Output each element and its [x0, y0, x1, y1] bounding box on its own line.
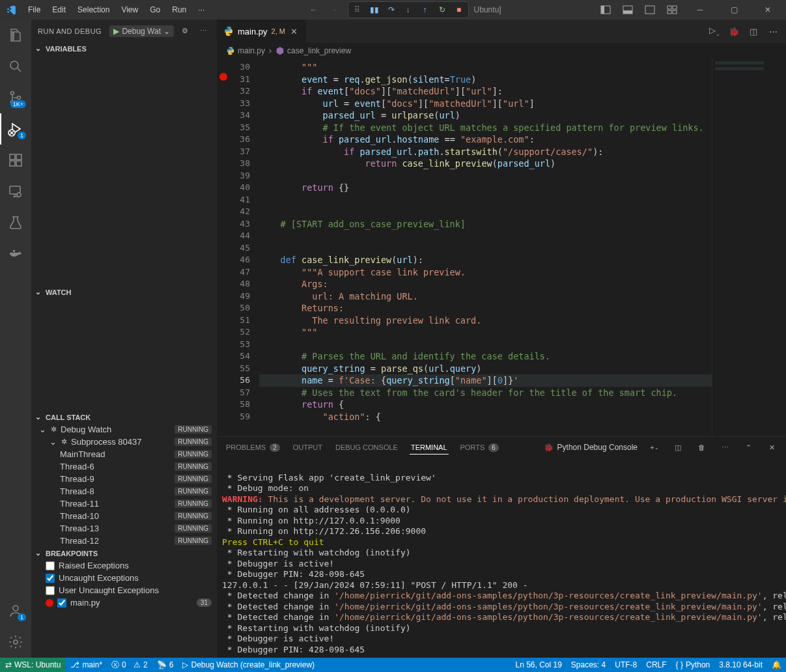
- problems-tab[interactable]: PROBLEMS2: [225, 441, 281, 455]
- callstack-item[interactable]: Thread-8RUNNING: [31, 485, 217, 497]
- menu-view[interactable]: View: [116, 3, 143, 17]
- settings-gear-icon[interactable]: [0, 626, 31, 658]
- callstack-item[interactable]: Thread-11RUNNING: [31, 497, 217, 510]
- close-icon[interactable]: ✕: [289, 27, 300, 36]
- accounts-icon[interactable]: 1: [0, 595, 31, 626]
- breakpoint-gutter[interactable]: [217, 59, 230, 436]
- menu-go[interactable]: Go: [145, 3, 165, 17]
- editor-body[interactable]: 3031323334353637383940414243444546474849…: [217, 59, 786, 436]
- gear-icon[interactable]: ⚙: [178, 24, 192, 38]
- breakpoint-item[interactable]: Uncaught Exceptions: [31, 572, 217, 584]
- maximize-button[interactable]: ▢: [720, 0, 748, 20]
- more-terminal-icon[interactable]: ⋯: [718, 441, 731, 454]
- callstack-item[interactable]: Thread-13RUNNING: [31, 522, 217, 535]
- breakpoints-section-header[interactable]: ⌄BREAKPOINTS: [31, 547, 217, 559]
- extensions-icon[interactable]: [0, 145, 31, 176]
- watch-section-header[interactable]: ⌄WATCH: [31, 286, 217, 298]
- pause-icon[interactable]: ▮▮: [368, 3, 381, 16]
- callstack-item[interactable]: MainThreadRUNNING: [31, 448, 217, 460]
- minimize-button[interactable]: ─: [686, 0, 714, 20]
- kill-terminal-icon[interactable]: 🗑: [695, 441, 708, 454]
- callstack-status: RUNNING: [175, 462, 212, 471]
- remote-explorer-icon[interactable]: [0, 176, 31, 207]
- code-content[interactable]: """ event = req.get_json(silent=True) if…: [259, 59, 712, 436]
- close-button[interactable]: ✕: [753, 0, 782, 20]
- debug-icon[interactable]: 1: [0, 113, 31, 145]
- nav-forward-icon[interactable]: →: [327, 2, 343, 18]
- maximize-panel-icon[interactable]: ⌃: [742, 441, 755, 454]
- terminal-tab[interactable]: TERMINAL: [410, 441, 449, 455]
- split-terminal-icon[interactable]: ◫: [671, 441, 684, 454]
- menu-selection[interactable]: Selection: [72, 3, 115, 17]
- cursor-position[interactable]: Ln 56, Col 19: [511, 658, 566, 672]
- terminal-content[interactable]: * Serving Flask app 'create_link_preview…: [217, 458, 786, 658]
- variables-section-header[interactable]: ⌄VARIABLES: [31, 42, 217, 55]
- menu-more[interactable]: ···: [193, 3, 210, 17]
- debug-launch-icon[interactable]: 🐞: [727, 27, 740, 36]
- callstack-item[interactable]: ⌄✲Debug WatchRUNNING: [31, 423, 217, 436]
- problems-indicator[interactable]: ⓧ0 ⚠2: [107, 658, 152, 672]
- breakpoint-file-item[interactable]: main.py31: [31, 596, 217, 609]
- breakpoint-item[interactable]: User Uncaught Exceptions: [31, 584, 217, 596]
- menu-file[interactable]: File: [23, 3, 46, 17]
- breakpoint-checkbox[interactable]: [57, 598, 66, 608]
- encoding[interactable]: UTF-8: [610, 658, 641, 672]
- layout-grid-icon[interactable]: [664, 1, 681, 18]
- ports-tab[interactable]: PORTS6: [459, 441, 500, 455]
- run-icon[interactable]: ▷⌄: [708, 25, 721, 37]
- git-branch[interactable]: ⎇main*: [66, 658, 107, 672]
- drag-handle-icon[interactable]: ⠿: [351, 3, 364, 16]
- more-icon[interactable]: ⋯: [196, 24, 210, 38]
- close-panel-icon[interactable]: ✕: [765, 441, 778, 454]
- docker-icon[interactable]: [0, 238, 31, 270]
- menu-edit[interactable]: Edit: [47, 3, 71, 17]
- layout-bottom-icon[interactable]: [619, 1, 636, 18]
- debug-status[interactable]: ▷Debug Watch (create_link_preview): [178, 658, 319, 672]
- layout-left-icon[interactable]: [597, 1, 614, 18]
- breadcrumb[interactable]: main.py › case_link_preview: [217, 43, 786, 59]
- layout-right-icon[interactable]: [641, 1, 658, 18]
- breakpoint-item[interactable]: Raised Exceptions: [31, 559, 217, 572]
- step-into-icon[interactable]: ↓: [402, 3, 415, 16]
- scm-icon[interactable]: 1K+: [0, 82, 31, 113]
- breadcrumb-symbol[interactable]: case_link_preview: [275, 46, 351, 55]
- callstack-section-header[interactable]: ⌄CALL STACK: [31, 411, 217, 423]
- callstack-item[interactable]: Thread-9RUNNING: [31, 473, 217, 485]
- callstack-item[interactable]: Thread-12RUNNING: [31, 535, 217, 547]
- breakpoint-checkbox[interactable]: [46, 586, 55, 595]
- tab-main-py[interactable]: main.py 2, M ✕: [217, 20, 307, 43]
- search-icon[interactable]: [0, 51, 31, 82]
- nav-back-icon[interactable]: ←: [306, 2, 322, 18]
- notifications-icon[interactable]: 🔔: [767, 658, 786, 672]
- new-terminal-icon[interactable]: +⌄: [648, 441, 661, 454]
- testing-icon[interactable]: [0, 207, 31, 238]
- breakpoint-checkbox[interactable]: [46, 561, 55, 570]
- debug-console-tab[interactable]: DEBUG CONSOLE: [334, 441, 399, 454]
- debug-config-selector[interactable]: ▶ Debug Wat ⌄: [109, 25, 174, 37]
- breadcrumb-file[interactable]: main.py: [226, 46, 265, 55]
- breakpoint-checkbox[interactable]: [46, 574, 55, 583]
- callstack-item[interactable]: Thread-10RUNNING: [31, 510, 217, 522]
- step-out-icon[interactable]: ↑: [419, 3, 432, 16]
- restart-icon[interactable]: ↻: [436, 3, 449, 16]
- explorer-icon[interactable]: [0, 20, 31, 51]
- python-interpreter[interactable]: 3.8.10 64-bit: [714, 658, 767, 672]
- callstack-item[interactable]: ⌄✲Subprocess 80437RUNNING: [31, 436, 217, 448]
- ports-indicator[interactable]: 📡6: [152, 658, 178, 672]
- menu-run[interactable]: Run: [167, 3, 191, 17]
- output-tab[interactable]: OUTPUT: [292, 441, 324, 454]
- chevron-down-icon: ⌄: [49, 437, 57, 447]
- breakpoint-marker-icon[interactable]: [219, 73, 227, 81]
- indentation[interactable]: Spaces: 4: [567, 658, 610, 672]
- callstack-item[interactable]: Thread-6RUNNING: [31, 460, 217, 473]
- step-over-icon[interactable]: ↷: [385, 3, 398, 16]
- minimap[interactable]: [712, 59, 777, 436]
- split-editor-icon[interactable]: ◫: [747, 27, 760, 36]
- remote-indicator[interactable]: ⇄WSL: Ubuntu: [0, 658, 66, 672]
- eol[interactable]: CRLF: [641, 658, 671, 672]
- stop-icon[interactable]: ■: [453, 3, 466, 16]
- language-mode[interactable]: { }Python: [671, 658, 715, 672]
- vertical-scrollbar[interactable]: [777, 59, 786, 436]
- more-actions-icon[interactable]: ⋯: [766, 27, 779, 36]
- terminal-picker[interactable]: 🐞 Python Debug Console: [544, 443, 638, 452]
